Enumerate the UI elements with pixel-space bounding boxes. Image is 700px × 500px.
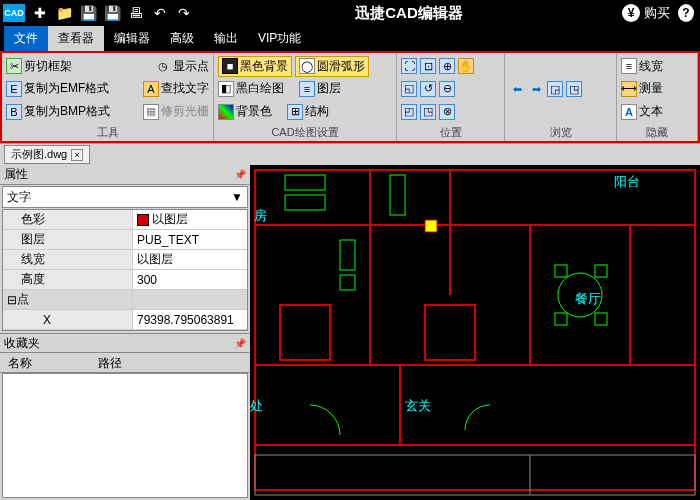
prop-lw-value[interactable]: 以图层 <box>133 250 247 269</box>
fav-col-name: 名称 <box>0 353 40 372</box>
open-icon[interactable]: 📁 <box>54 3 74 23</box>
lineweight-button[interactable]: ≡线宽 <box>621 58 663 75</box>
tab-advanced[interactable]: 高级 <box>160 26 204 51</box>
pos-icon3[interactable]: ⊗ <box>439 104 455 120</box>
tab-editor[interactable]: 编辑器 <box>104 26 160 51</box>
copy-emf-button[interactable]: E复制为EMF格式 <box>6 80 109 97</box>
pan-icon[interactable]: ✋ <box>458 58 474 74</box>
pos-icon2[interactable]: ◳ <box>420 104 436 120</box>
text-button[interactable]: A文本 <box>621 103 663 120</box>
label-balcony: 阳台 <box>614 173 640 191</box>
svg-rect-19 <box>555 313 567 325</box>
structure-button[interactable]: ⊞结构 <box>287 103 329 120</box>
svg-rect-14 <box>340 240 355 270</box>
app-logo: CAD <box>3 4 25 22</box>
prop-lw-key: 线宽 <box>3 250 133 269</box>
bw-draw-button[interactable]: ◧黑白绘图 <box>218 80 284 97</box>
favorites-header: 收藏夹📌 <box>0 333 250 353</box>
saveas-icon[interactable]: 💾 <box>102 3 122 23</box>
trim-raster-button[interactable]: ▦修剪光栅 <box>143 103 209 120</box>
svg-rect-12 <box>285 195 325 210</box>
group-pos-label: 位置 <box>397 125 504 141</box>
fav-col-path: 路径 <box>90 353 130 372</box>
app-title: 迅捷CAD编辑器 <box>196 4 622 23</box>
close-tab-icon[interactable]: × <box>71 149 83 161</box>
zoom-out-icon[interactable]: ⊖ <box>439 81 455 97</box>
svg-rect-8 <box>280 305 330 360</box>
svg-rect-23 <box>425 220 437 232</box>
ribbon: ✂剪切框架 ◷显示点 E复制为EMF格式 A查找文字 B复制为BMP格式 ▦修剪… <box>0 51 700 143</box>
prop-point-group[interactable]: ⊟ 点 <box>3 290 133 309</box>
browse-icon1[interactable]: ◲ <box>547 81 563 97</box>
show-point-button[interactable]: ◷显示点 <box>155 58 209 75</box>
svg-rect-17 <box>555 265 567 277</box>
measure-button[interactable]: ⟷测量 <box>621 80 663 97</box>
svg-rect-15 <box>340 275 355 290</box>
label-room2: 处 <box>250 397 263 415</box>
cut-frame-button[interactable]: ✂剪切框架 <box>6 58 72 75</box>
smooth-arc-button[interactable]: ◯圆滑弧形 <box>295 56 369 77</box>
group-hide-label: 隐藏 <box>617 125 697 141</box>
copy-bmp-button[interactable]: B复制为BMP格式 <box>6 103 110 120</box>
drawing-canvas[interactable]: 阳台 房 餐厅 玄关 处 <box>250 165 700 500</box>
label-foyer: 玄关 <box>405 397 431 415</box>
properties-header: 属性📌 <box>0 165 250 185</box>
prop-layer-value[interactable]: PUB_TEXT <box>133 230 247 249</box>
prop-height-value[interactable]: 300 <box>133 270 247 289</box>
label-dining: 餐厅 <box>575 290 601 308</box>
print-icon[interactable]: 🖶 <box>126 3 146 23</box>
prop-x-value[interactable]: 79398.795063891 <box>133 310 247 329</box>
pos-icon1[interactable]: ◰ <box>401 104 417 120</box>
label-room: 房 <box>254 207 267 225</box>
fav-pin-icon[interactable]: 📌 <box>234 338 246 349</box>
type-combo[interactable]: 文字▼ <box>2 186 248 208</box>
svg-rect-11 <box>285 175 325 190</box>
tab-file[interactable]: 文件 <box>4 26 48 51</box>
save-icon[interactable]: 💾 <box>78 3 98 23</box>
new-icon[interactable]: ✚ <box>30 3 50 23</box>
help-icon[interactable]: ? <box>678 3 698 23</box>
tab-vip[interactable]: VIP功能 <box>248 26 311 51</box>
prop-color-value[interactable]: 以图层 <box>133 210 247 229</box>
svg-rect-13 <box>390 175 405 215</box>
group-tools-label: 工具 <box>2 125 213 141</box>
group-browse-label: 浏览 <box>505 125 616 141</box>
zoom-in-icon[interactable]: ⊕ <box>439 58 455 74</box>
favorites-list[interactable] <box>2 373 248 498</box>
black-bg-button[interactable]: ■黑色背景 <box>218 56 292 77</box>
layer-button[interactable]: ≡图层 <box>299 80 341 97</box>
zoom-window-icon[interactable]: ⊡ <box>420 58 436 74</box>
browse-icon2[interactable]: ◳ <box>566 81 582 97</box>
zoom-extents-icon[interactable]: ◱ <box>401 81 417 97</box>
buy-button[interactable]: ¥购买 <box>622 4 670 22</box>
prop-layer-key: 图层 <box>3 230 133 249</box>
tab-output[interactable]: 输出 <box>204 26 248 51</box>
prop-x-key: X <box>3 310 133 329</box>
prop-height-key: 高度 <box>3 270 133 289</box>
group-cad-label: CAD绘图设置 <box>214 125 396 141</box>
pin-icon[interactable]: 📌 <box>234 169 246 180</box>
find-text-button[interactable]: A查找文字 <box>143 80 209 97</box>
svg-rect-20 <box>595 313 607 325</box>
redo-icon[interactable]: ↷ <box>174 3 194 23</box>
zoom-prev-icon[interactable]: ↺ <box>420 81 436 97</box>
svg-rect-18 <box>595 265 607 277</box>
fit-icon[interactable]: ⛶ <box>401 58 417 74</box>
bg-color-button[interactable]: 背景色 <box>218 103 272 120</box>
prop-color-key: 色彩 <box>3 210 133 229</box>
nav-right-icon[interactable]: ➡ <box>528 81 544 97</box>
undo-icon[interactable]: ↶ <box>150 3 170 23</box>
nav-left-icon[interactable]: ⬅ <box>509 81 525 97</box>
tab-viewer[interactable]: 查看器 <box>48 26 104 51</box>
svg-rect-9 <box>425 305 475 360</box>
file-tab[interactable]: 示例图.dwg× <box>4 145 90 164</box>
